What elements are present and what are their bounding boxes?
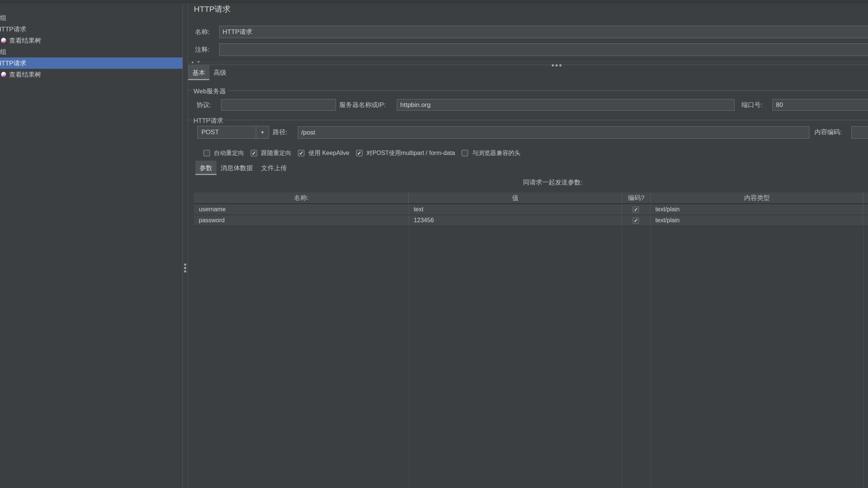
collapse-up-icon[interactable]: ▲ xyxy=(191,60,197,64)
content-encoding-input[interactable] xyxy=(851,126,868,139)
column-guide-line xyxy=(863,227,864,488)
tree-item-http-request[interactable]: HTTP请求 xyxy=(0,23,183,35)
tab-label: 基本 xyxy=(192,68,205,77)
tree-items: 组 HTTP请求 查看结果树 组 HTTP请求 查看结果树 xyxy=(0,12,183,80)
port-input[interactable] xyxy=(772,99,868,111)
column-guide-line xyxy=(409,227,409,488)
checkbox-icon[interactable] xyxy=(203,150,210,156)
checkbox-label: 与浏览器兼容的头 xyxy=(472,149,520,157)
column-guide-line xyxy=(651,227,651,488)
tree-item-label: 查看结果树 xyxy=(9,36,41,45)
cell-encode[interactable] xyxy=(622,204,650,215)
tree-item-thread-group[interactable]: 组 xyxy=(0,46,183,57)
tab-advanced[interactable]: 高级 xyxy=(209,65,231,80)
splitter-handle-dots-icon xyxy=(552,61,563,68)
protocol-label: 协议: xyxy=(196,99,211,111)
checkbox-icon[interactable] xyxy=(298,150,305,156)
server-name-label: 服务器名称或IP: xyxy=(339,99,386,111)
protocol-input[interactable] xyxy=(221,99,336,111)
cell-encode[interactable] xyxy=(622,215,650,226)
name-input[interactable] xyxy=(219,26,868,38)
tree-item-thread-group[interactable]: 组 xyxy=(0,12,183,23)
tab-body-data[interactable]: 消息体数据 xyxy=(217,161,257,175)
column-header-name[interactable]: 名称: xyxy=(194,192,409,203)
checkbox-use-keepalive[interactable]: 使用 KeepAlive xyxy=(298,149,350,157)
checkbox-label: 对POST使用multipart / form-data xyxy=(367,149,455,157)
name-label: 名称: xyxy=(195,26,210,38)
parameters-table-header: 名称: 值 编码? 内容类型 xyxy=(194,192,868,204)
checkbox-browser-compatible-headers[interactable]: 与浏览器兼容的头 xyxy=(461,149,520,157)
tree-item-label: 查看结果树 xyxy=(9,70,41,79)
horizontal-splitter[interactable]: ▲▼ xyxy=(188,59,868,65)
jmeter-window: 组 HTTP请求 查看结果树 组 HTTP请求 查看结果树 HTTP请 xyxy=(0,0,868,488)
collapse-down-icon[interactable]: ▼ xyxy=(197,60,203,64)
http-request-editor: HTTP请求 名称: 注释: ▲▼ 基本 高级 Web服务器 协议: 服务器名称… xyxy=(188,0,868,488)
column-guide-line xyxy=(622,227,622,488)
checkbox-icon[interactable] xyxy=(461,150,468,156)
port-label: 端口号: xyxy=(741,99,763,111)
comment-input[interactable] xyxy=(219,43,868,56)
cell-name[interactable]: password xyxy=(194,215,409,226)
checkbox-label: 自动重定向 xyxy=(214,149,244,157)
tree-item-label: HTTP请求 xyxy=(0,25,26,34)
column-header-spacer xyxy=(863,192,868,203)
cell-spacer xyxy=(863,204,868,215)
checkbox-icon[interactable] xyxy=(356,150,363,156)
checkbox-multipart-form-data[interactable]: 对POST使用multipart / form-data xyxy=(356,149,455,157)
tab-label: 消息体数据 xyxy=(221,164,253,172)
column-header-value[interactable]: 值 xyxy=(409,192,622,203)
comment-label: 注释: xyxy=(195,43,210,56)
page-title: HTTP请求 xyxy=(194,4,231,14)
server-name-input[interactable] xyxy=(397,99,735,111)
path-label: 路径: xyxy=(273,126,288,139)
encode-checkbox-icon[interactable] xyxy=(633,217,639,224)
vertical-splitter-handle[interactable] xyxy=(184,263,187,274)
tree-item-label: HTTP请求 xyxy=(0,59,26,68)
cell-value[interactable]: text xyxy=(409,204,622,215)
http-request-group-title: HTTP请求 xyxy=(191,116,225,125)
tab-basic[interactable]: 基本 xyxy=(188,65,209,80)
cell-content-type[interactable]: text/plain xyxy=(650,215,863,226)
checkbox-label: 跟随重定向 xyxy=(261,149,291,157)
path-input[interactable] xyxy=(298,126,809,139)
table-row[interactable]: password 123456 text/plain xyxy=(194,215,868,226)
send-parameters-caption: 同请求一起发送参数: xyxy=(237,178,868,187)
method-dropdown[interactable]: POST ▼ xyxy=(197,126,269,139)
checkbox-icon[interactable] xyxy=(251,150,257,156)
web-server-group-line xyxy=(188,90,868,91)
web-server-group-title: Web服务器 xyxy=(191,87,228,96)
encode-checkbox-icon[interactable] xyxy=(633,206,639,213)
table-row[interactable]: username text text/plain xyxy=(194,204,868,215)
tree-item-label: 组 xyxy=(0,14,6,22)
checkbox-follow-redirects[interactable]: 跟随重定向 xyxy=(251,149,291,157)
column-header-content-type[interactable]: 内容类型 xyxy=(651,192,863,203)
method-dropdown-button[interactable]: ▼ xyxy=(256,126,269,138)
results-tree-icon xyxy=(1,72,6,77)
cell-name[interactable]: username xyxy=(194,204,409,215)
test-plan-tree: 组 HTTP请求 查看结果树 组 HTTP请求 查看结果树 xyxy=(0,3,183,488)
tree-item-http-request-selected[interactable]: HTTP请求 xyxy=(0,57,183,69)
tab-parameters[interactable]: 参数 xyxy=(195,161,217,175)
tree-item-view-results-tree[interactable]: 查看结果树 xyxy=(0,69,183,80)
cell-value[interactable]: 123456 xyxy=(409,215,622,226)
tree-item-label: 组 xyxy=(0,48,6,56)
results-tree-icon xyxy=(1,38,6,43)
method-value: POST xyxy=(198,129,256,136)
tab-files-upload[interactable]: 文件上传 xyxy=(257,161,291,175)
cell-content-type[interactable]: text/plain xyxy=(650,204,863,215)
tab-label: 参数 xyxy=(200,164,212,172)
splitter-collapse-icons[interactable]: ▲▼ xyxy=(191,60,203,64)
content-encoding-label: 内容编码: xyxy=(814,126,842,139)
parameters-table: 名称: 值 编码? 内容类型 username text text/plain … xyxy=(194,192,868,226)
tree-panel-divider xyxy=(183,3,183,488)
tree-item-view-results-tree[interactable]: 查看结果树 xyxy=(0,35,183,46)
parameters-tabs: 参数 消息体数据 文件上传 xyxy=(195,161,291,175)
request-options-row: 自动重定向 跟随重定向 使用 KeepAlive 对POST使用multipar… xyxy=(203,147,520,159)
basic-advanced-tabs: 基本 高级 xyxy=(188,65,231,80)
http-request-group-line xyxy=(188,120,868,120)
checkbox-redirect-automatically[interactable]: 自动重定向 xyxy=(203,149,244,157)
chevron-down-icon: ▼ xyxy=(260,130,265,135)
cell-spacer xyxy=(863,215,868,226)
column-header-encode[interactable]: 编码? xyxy=(622,192,651,203)
tab-label: 文件上传 xyxy=(261,164,287,172)
